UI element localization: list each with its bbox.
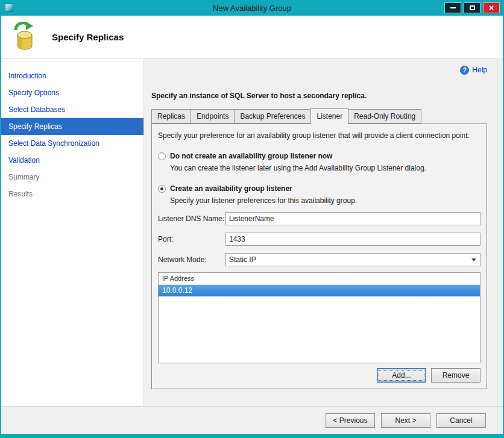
port-input[interactable] xyxy=(225,233,480,246)
network-mode-label: Network Mode: xyxy=(158,255,225,264)
tab-endpoints[interactable]: Endpoints xyxy=(191,109,235,124)
window-bottom-border xyxy=(1,434,503,438)
previous-button[interactable]: < Previous xyxy=(326,413,375,428)
dns-name-input[interactable] xyxy=(225,212,480,225)
instruction-text: Specify an instance of SQL Server to hos… xyxy=(151,92,487,100)
dialog-body: Introduction Specify Options Select Data… xyxy=(1,59,503,406)
dns-name-label: Listener DNS Name: xyxy=(158,214,225,223)
sidebar-item-specify-replicas[interactable]: Specify Replicas xyxy=(1,118,143,135)
tab-read-only-routing[interactable]: Read-Only Routing xyxy=(348,109,421,124)
tab-listener[interactable]: Listener xyxy=(310,108,348,124)
window-controls: × xyxy=(444,2,500,13)
sidebar-item-select-databases[interactable]: Select Databases xyxy=(1,101,143,118)
listener-tab-panel: Specify your preference for an availabil… xyxy=(151,124,487,389)
network-mode-row: Network Mode: Static IP xyxy=(158,253,480,266)
help-link[interactable]: ? Help xyxy=(151,65,487,75)
tab-backup-preferences[interactable]: Backup Preferences xyxy=(234,109,311,124)
sidebar-item-validation[interactable]: Validation xyxy=(1,152,143,169)
no-listener-radio-label[interactable]: Do not create an availability group list… xyxy=(170,152,332,160)
chevron-down-icon xyxy=(468,254,479,265)
no-listener-radio[interactable] xyxy=(158,152,166,160)
close-button[interactable]: × xyxy=(483,2,500,13)
wizard-footer: < Previous Next > Cancel xyxy=(1,406,503,434)
network-mode-value: Static IP xyxy=(229,255,256,264)
close-icon: × xyxy=(489,4,494,12)
dns-name-row: Listener DNS Name: xyxy=(158,212,480,225)
tab-strip: Replicas Endpoints Backup Preferences Li… xyxy=(151,108,487,124)
help-label: Help xyxy=(472,66,487,74)
add-button[interactable]: Add... xyxy=(377,368,426,383)
wizard-header: Specify Replicas xyxy=(1,16,503,59)
page-title: Specify Replicas xyxy=(52,32,124,42)
remove-button[interactable]: Remove xyxy=(431,368,480,383)
network-mode-dropdown[interactable]: Static IP xyxy=(225,253,480,266)
main-content: ? Help Specify an instance of SQL Server… xyxy=(144,59,503,406)
create-listener-radio-label[interactable]: Create an availability group listener xyxy=(170,184,292,193)
minimize-icon xyxy=(450,7,456,8)
port-label: Port: xyxy=(158,235,225,243)
maximize-button[interactable] xyxy=(464,2,480,13)
maximize-icon xyxy=(470,5,475,10)
sidebar-item-summary: Summary xyxy=(1,169,143,186)
radio-row-no-listener: Do not create an availability group list… xyxy=(158,152,480,160)
radio-row-create-listener: Create an availability group listener xyxy=(158,184,480,193)
ip-address-column-header: IP Address xyxy=(159,273,480,285)
create-listener-radio[interactable] xyxy=(158,185,166,193)
ip-list-buttons: Add... Remove xyxy=(158,368,480,383)
minimize-button[interactable] xyxy=(444,2,461,13)
listener-preference-text: Specify your preference for an availabil… xyxy=(158,131,480,140)
window-icon xyxy=(5,4,13,12)
window-title: New Availability Group xyxy=(1,0,503,16)
wizard-sidebar: Introduction Specify Options Select Data… xyxy=(1,59,144,406)
tab-replicas[interactable]: Replicas xyxy=(151,109,191,124)
ip-address-list: IP Address 10.0.0.12 xyxy=(158,272,480,363)
cancel-button[interactable]: Cancel xyxy=(436,413,486,428)
dialog-window: New Availability Group × Specify Replica… xyxy=(0,0,504,438)
sidebar-item-introduction[interactable]: Introduction xyxy=(1,67,143,84)
availability-group-icon xyxy=(11,22,39,53)
create-listener-description: Specify your listener preferences for th… xyxy=(170,196,480,205)
sidebar-item-results: Results xyxy=(1,186,143,202)
help-icon: ? xyxy=(460,66,469,75)
no-listener-description: You can create the listener later using … xyxy=(170,164,480,172)
port-row: Port: xyxy=(158,233,480,246)
sidebar-item-specify-options[interactable]: Specify Options xyxy=(1,84,143,101)
title-bar: New Availability Group × xyxy=(1,0,503,16)
sidebar-item-select-data-synchronization[interactable]: Select Data Synchronization xyxy=(1,135,143,152)
next-button[interactable]: Next > xyxy=(381,413,430,428)
ip-address-row[interactable]: 10.0.0.12 xyxy=(159,285,480,296)
